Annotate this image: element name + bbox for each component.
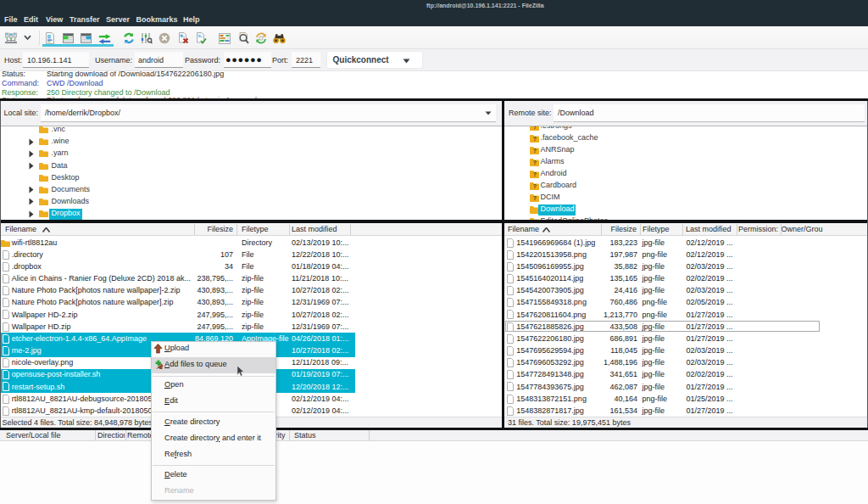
svg-text:?: ?: [532, 171, 536, 177]
svg-text:?: ?: [532, 160, 536, 165]
svg-text:?: ?: [532, 126, 536, 130]
svg-text:?: ?: [532, 196, 536, 202]
svg-text:?: ?: [532, 148, 536, 154]
svg-text:?: ?: [532, 183, 536, 189]
svg-text:?: ?: [532, 136, 536, 142]
